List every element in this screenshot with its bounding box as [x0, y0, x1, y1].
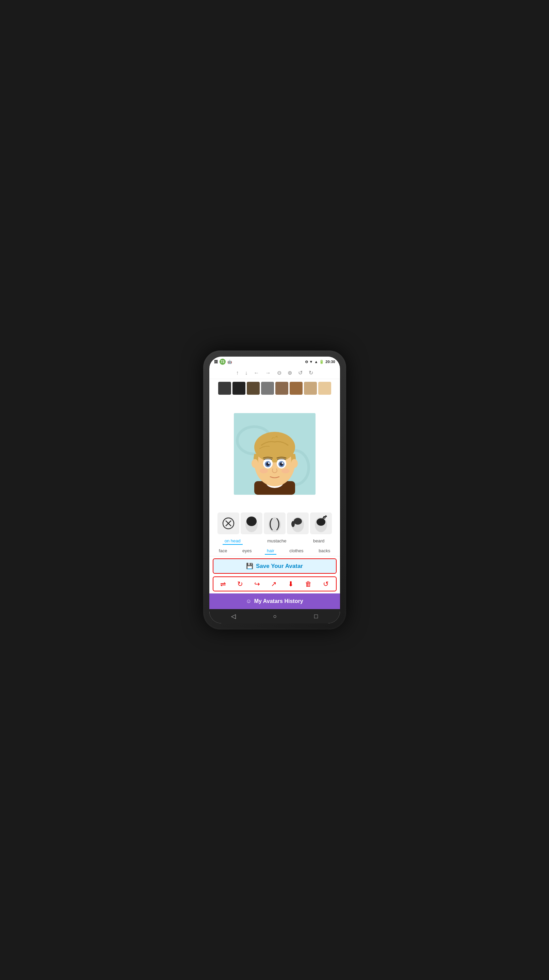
mute-icon: ⊖ — [305, 360, 308, 364]
svg-point-10 — [291, 459, 298, 468]
save-label: Save Your Avatar — [256, 563, 303, 570]
export-button[interactable]: ↗ — [271, 580, 277, 588]
color-swatch-6[interactable] — [290, 382, 302, 395]
battery-icon: 🔋 — [319, 360, 324, 364]
move-right-button[interactable]: → — [264, 369, 272, 377]
color-swatch-2[interactable] — [232, 382, 245, 395]
delete-button[interactable]: 🗑 — [305, 580, 312, 588]
move-left-button[interactable]: ← — [253, 369, 261, 377]
history-icon: ☺ — [246, 598, 251, 605]
hair-option-3[interactable] — [287, 512, 309, 534]
save-icon: 💾 — [246, 563, 253, 570]
navigation-bar: ◁ ○ □ — [209, 609, 340, 624]
share-button[interactable]: ↪ — [254, 580, 260, 588]
time-display: 20:30 — [325, 360, 335, 364]
svg-point-31 — [291, 521, 295, 527]
tab-eyes[interactable]: eyes — [240, 547, 253, 555]
avatar-svg — [234, 413, 315, 495]
color-swatch-3[interactable] — [247, 382, 260, 395]
back-nav-button[interactable]: ◁ — [231, 612, 236, 620]
history-label: My Avatars History — [254, 598, 303, 605]
history-button[interactable]: ☺ My Avatars History — [209, 593, 340, 609]
action-buttons: ⇌ ↻ ↪ ↗ ⬇ 🗑 ↺ — [213, 576, 337, 592]
status-left: 🖼 73 🤖 — [214, 359, 232, 365]
svg-point-30 — [294, 518, 302, 525]
svg-point-18 — [282, 463, 283, 464]
tab-on-head[interactable]: on head — [223, 538, 243, 545]
refresh-button[interactable]: ↻ — [237, 580, 243, 588]
download-button[interactable]: ⬇ — [288, 580, 294, 588]
move-down-button[interactable]: ↓ — [244, 369, 249, 377]
toolbar: ↑ ↓ ← → ⊖ ⊕ ↺ ↻ — [209, 367, 340, 379]
color-swatch-7[interactable] — [304, 382, 317, 395]
tab-face[interactable]: face — [217, 547, 229, 555]
reset-button[interactable]: ↺ — [323, 580, 329, 588]
phone-screen: 🖼 73 🤖 ⊖ ▼ ▲ 🔋 20:30 ↑ ↓ ← → ⊖ ⊕ ↺ ↻ — [209, 356, 340, 624]
svg-point-17 — [268, 463, 270, 464]
hair-option-1[interactable] — [240, 512, 263, 534]
zoom-out-button[interactable]: ⊖ — [276, 369, 283, 377]
tab-clothes[interactable]: clothes — [287, 547, 305, 555]
recent-nav-button[interactable]: □ — [314, 613, 318, 620]
svg-point-33 — [317, 518, 325, 526]
wifi-icon: ▼ — [309, 360, 313, 364]
svg-point-25 — [247, 517, 257, 526]
redo-button[interactable]: ↻ — [307, 369, 315, 377]
color-swatch-8[interactable] — [318, 382, 331, 395]
tab-backs[interactable]: backs — [317, 547, 332, 555]
svg-text:(: ( — [269, 516, 273, 530]
color-swatches — [209, 379, 340, 398]
color-swatch-4[interactable] — [261, 382, 274, 395]
tab-mustache[interactable]: mustache — [265, 538, 288, 545]
tab-beard[interactable]: beard — [311, 538, 326, 545]
move-up-button[interactable]: ↑ — [235, 369, 240, 377]
category-tabs-row1: on head mustache beard — [209, 536, 340, 546]
color-swatch-1[interactable] — [218, 382, 231, 395]
notification-badge: 73 — [220, 359, 226, 365]
hair-options: ( ) — [209, 511, 340, 536]
svg-point-8 — [254, 432, 295, 463]
undo-button[interactable]: ↺ — [297, 369, 304, 377]
save-avatar-button[interactable]: 💾 Save Your Avatar — [213, 558, 337, 574]
hair-option-4[interactable] — [310, 512, 332, 534]
tab-hair[interactable]: hair — [265, 547, 276, 555]
android-icon: 🤖 — [228, 360, 232, 364]
svg-point-20 — [282, 469, 290, 473]
phone-frame: 🖼 73 🤖 ⊖ ▼ ▲ 🔋 20:30 ↑ ↓ ← → ⊖ ⊕ ↺ ↻ — [203, 350, 346, 630]
signal-icon: ▲ — [314, 360, 318, 364]
svg-point-19 — [260, 469, 268, 473]
home-nav-button[interactable]: ○ — [273, 613, 277, 620]
svg-point-9 — [251, 459, 258, 468]
status-bar: 🖼 73 🤖 ⊖ ▼ ▲ 🔋 20:30 — [209, 356, 340, 367]
avatar-area — [209, 398, 340, 511]
zoom-in-button[interactable]: ⊕ — [286, 369, 293, 377]
color-swatch-5[interactable] — [275, 382, 288, 395]
category-tabs-row2: face eyes hair clothes backs — [209, 546, 340, 556]
photo-icon: 🖼 — [214, 360, 218, 364]
status-right: ⊖ ▼ ▲ 🔋 20:30 — [305, 360, 335, 364]
hair-remove-option[interactable] — [218, 512, 239, 534]
svg-text:): ) — [276, 516, 280, 530]
avatar-canvas — [234, 413, 315, 495]
shuffle-button[interactable]: ⇌ — [220, 580, 226, 588]
hair-option-2[interactable]: ( ) — [264, 512, 286, 534]
